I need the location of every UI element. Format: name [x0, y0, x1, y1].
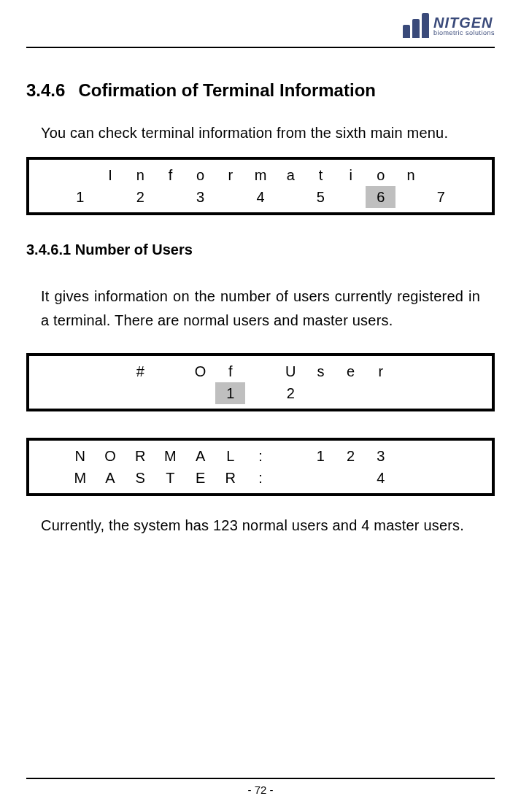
- lcd-cell: m: [245, 164, 275, 186]
- lcd-cell: 5: [306, 186, 336, 208]
- lcd-display-information: Information 1 2 3 4 5 6 7: [26, 157, 495, 215]
- lcd-cell: T: [155, 467, 185, 489]
- section-heading: 3.4.6Cofirmation of Terminal Information: [26, 80, 495, 101]
- lcd-cell: [336, 467, 366, 489]
- lcd-cell: #: [126, 360, 155, 382]
- lcd-cell: [395, 382, 425, 404]
- lcd-cell: [456, 360, 486, 382]
- lcd-cell: [426, 164, 456, 186]
- lcd-cell: t: [306, 164, 336, 186]
- section-number: 3.4.6: [26, 80, 65, 100]
- lcd-cell: 3: [185, 186, 215, 208]
- lcd-cell: 3: [366, 445, 395, 467]
- lcd-cell: [155, 382, 185, 404]
- lcd-cell: [276, 445, 306, 467]
- lcd-cell: [155, 186, 185, 208]
- lcd-cell: [35, 382, 65, 404]
- lcd-cell: r: [366, 360, 395, 382]
- subsection-heading: 3.4.6.1 Number of Users: [26, 241, 495, 258]
- lcd-cell: U: [276, 360, 306, 382]
- lcd-cell: o: [185, 164, 215, 186]
- paragraph: Currently, the system has 123 normal use…: [41, 514, 480, 538]
- lcd-cell: [65, 164, 95, 186]
- lcd-cell: [456, 467, 486, 489]
- lcd-cell: A: [95, 467, 125, 489]
- lcd-cell: [366, 382, 395, 404]
- lcd-cell: [65, 360, 95, 382]
- lcd-cell: [35, 164, 65, 186]
- lcd-cell: [95, 360, 125, 382]
- lcd-cell: 4: [245, 186, 275, 208]
- lcd-cell: 4: [366, 467, 395, 489]
- lcd-display-counts: NORMAL: 123 MASTER: 4: [26, 438, 495, 496]
- lcd-cell: [185, 382, 215, 404]
- lcd-cell: S: [126, 467, 155, 489]
- lcd-cell: f: [215, 360, 245, 382]
- lcd-cell: [245, 382, 275, 404]
- lcd-cell: R: [215, 467, 245, 489]
- content: 3.4.6Cofirmation of Terminal Information…: [26, 48, 495, 538]
- lcd-cell: [95, 382, 125, 404]
- lcd-cell: n: [126, 164, 155, 186]
- lcd-cell: [215, 186, 245, 208]
- lcd-cell: s: [306, 360, 336, 382]
- lcd-row: MASTER: 4: [35, 467, 486, 489]
- lcd-cell: 2: [126, 186, 155, 208]
- lcd-cell: [426, 467, 456, 489]
- lcd-cell: [456, 382, 486, 404]
- lcd-cell: [276, 467, 306, 489]
- paragraph: It gives information on the number of us…: [41, 285, 480, 333]
- lcd-cell: 7: [426, 186, 456, 208]
- lcd-cell: [395, 186, 425, 208]
- lcd-cell: 1: [215, 382, 245, 404]
- logo-tagline: biometric solutions: [433, 30, 495, 36]
- lcd-cell: 1: [65, 186, 95, 208]
- lcd-cell: :: [245, 445, 275, 467]
- lcd-cell: M: [155, 445, 185, 467]
- lcd-cell: :: [245, 467, 275, 489]
- lcd-row: 1 2: [35, 382, 486, 404]
- lcd-cell: [426, 445, 456, 467]
- intro-text: You can check terminal information from …: [41, 121, 480, 145]
- lcd-cell: [336, 186, 366, 208]
- page-number: - 72 -: [26, 784, 495, 796]
- lcd-cell: [306, 467, 336, 489]
- lcd-cell: [155, 360, 185, 382]
- lcd-cell: r: [215, 164, 245, 186]
- lcd-cell: f: [155, 164, 185, 186]
- lcd-cell: L: [215, 445, 245, 467]
- lcd-display-of-user: # Of User 1 2: [26, 353, 495, 411]
- lcd-cell: [456, 164, 486, 186]
- lcd-cell: e: [336, 360, 366, 382]
- lcd-row: # Of User: [35, 360, 486, 382]
- lcd-cell: [395, 467, 425, 489]
- logo-name: NITGEN: [433, 15, 495, 30]
- lcd-cell: R: [126, 445, 155, 467]
- footer-rule: [26, 778, 495, 779]
- lcd-row: Information: [35, 164, 486, 186]
- lcd-cell: [95, 186, 125, 208]
- lcd-cell: [456, 445, 486, 467]
- lcd-cell: [306, 382, 336, 404]
- lcd-cell: i: [336, 164, 366, 186]
- lcd-cell: n: [395, 164, 425, 186]
- section-title: Cofirmation of Terminal Information: [78, 80, 376, 100]
- lcd-cell: [35, 186, 65, 208]
- lcd-cell: o: [366, 164, 395, 186]
- lcd-cell: N: [65, 445, 95, 467]
- lcd-cell: I: [95, 164, 125, 186]
- lcd-cell: E: [185, 467, 215, 489]
- lcd-cell: [35, 467, 65, 489]
- lcd-cell: 6: [366, 186, 395, 208]
- lcd-cell: [276, 186, 306, 208]
- lcd-cell: [456, 186, 486, 208]
- lcd-cell: [395, 360, 425, 382]
- lcd-cell: [426, 382, 456, 404]
- lcd-cell: O: [95, 445, 125, 467]
- lcd-cell: [426, 360, 456, 382]
- lcd-cell: O: [185, 360, 215, 382]
- lcd-cell: [35, 445, 65, 467]
- lcd-cell: [336, 382, 366, 404]
- lcd-cell: [245, 360, 275, 382]
- page-footer: - 72 -: [26, 778, 495, 796]
